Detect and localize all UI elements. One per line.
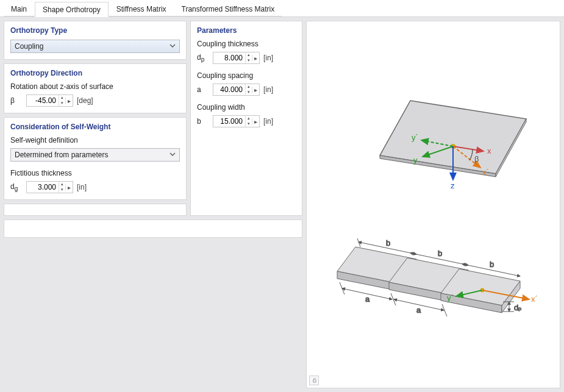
dp-input-field[interactable]	[213, 52, 245, 63]
dp-symbol: dp	[197, 53, 209, 63]
spin-down-icon[interactable]: ▾	[246, 90, 252, 95]
dp-input[interactable]: ▴ ▾ ▸	[213, 52, 260, 64]
title-parameters: Parameters	[197, 26, 296, 35]
a-unit: [in]	[263, 85, 273, 94]
svg-text:dₚ: dₚ	[514, 303, 522, 312]
dg-input[interactable]: ▴ ▾ ▸	[26, 181, 73, 193]
svg-text:y´: y´	[412, 133, 418, 142]
svg-text:a: a	[416, 305, 421, 315]
panel-orthotropy-direction: Orthotropy Direction Rotation about z-ax…	[4, 63, 187, 113]
preview-pane: x x´ y y´ z β	[306, 21, 560, 388]
self-weight-select[interactable]: Determined from parameters	[10, 148, 180, 162]
title-orthotropy-direction: Orthotropy Direction	[10, 69, 180, 77]
chevron-down-icon	[168, 42, 177, 51]
svg-text:a: a	[365, 294, 370, 304]
svg-line-40	[340, 282, 344, 294]
b-input-field[interactable]	[213, 116, 245, 127]
panel-self-weight: Consideration of Self-Weight Self-weight…	[4, 117, 187, 200]
beta-input-field[interactable]	[27, 95, 59, 106]
popup-arrow-icon[interactable]: ▸	[252, 55, 259, 62]
tab-stiffness-matrix[interactable]: Stiffness Matrix	[109, 2, 174, 16]
a-input-field[interactable]	[213, 84, 245, 95]
spin-down-icon[interactable]: ▾	[246, 58, 252, 63]
export-image-icon[interactable]: ⎙	[309, 376, 319, 385]
label-coupling-spacing: Coupling spacing	[197, 71, 296, 80]
label-fictitious-thickness: Fictitious thickness	[10, 169, 180, 177]
popup-arrow-icon[interactable]: ▸	[65, 184, 73, 191]
a-input[interactable]: ▴ ▾ ▸	[213, 84, 260, 96]
b-unit: [in]	[263, 117, 273, 126]
label-coupling-width: Coupling width	[197, 103, 296, 112]
dg-unit: [in]	[77, 183, 87, 191]
label-rotation-about-z: Rotation about z-axis of surface	[10, 82, 180, 91]
tab-main[interactable]: Main	[4, 2, 34, 16]
label-self-weight-def: Self-weight definition	[10, 136, 180, 144]
orthotropy-type-value: Coupling	[15, 42, 168, 51]
tab-shape-orthotropy[interactable]: Shape Orthotropy	[35, 2, 109, 17]
svg-text:β: β	[474, 154, 479, 163]
spin-up-icon[interactable]: ▴	[59, 95, 65, 101]
label-coupling-thickness: Coupling thickness	[197, 40, 296, 48]
beta-symbol: β	[10, 96, 23, 105]
spin-up-icon[interactable]: ▴	[246, 116, 252, 121]
b-input[interactable]: ▴ ▾ ▸	[213, 115, 260, 127]
popup-arrow-icon[interactable]: ▸	[252, 118, 259, 125]
title-orthotropy-type: Orthotropy Type	[10, 26, 180, 35]
title-self-weight: Consideration of Self-Weight	[10, 123, 180, 131]
tab-bar: Main Shape Orthotropy Stiffness Matrix T…	[0, 0, 564, 16]
bottom-panel	[4, 219, 302, 238]
dg-input-field[interactable]	[27, 182, 59, 193]
panel-parameters: Parameters Coupling thickness dp ▴ ▾ ▸	[190, 21, 302, 216]
beta-input[interactable]: ▴ ▾ ▸	[26, 94, 73, 107]
spin-up-icon[interactable]: ▴	[246, 84, 252, 90]
spin-up-icon[interactable]: ▴	[246, 52, 252, 58]
b-symbol: b	[197, 117, 209, 126]
panel-orthotropy-type: Orthotropy Type Coupling	[4, 21, 187, 60]
spin-up-icon[interactable]: ▴	[59, 182, 65, 187]
spin-down-icon[interactable]: ▾	[59, 101, 65, 106]
dp-unit: [in]	[263, 54, 273, 62]
popup-arrow-icon[interactable]: ▸	[65, 98, 73, 104]
orthotropy-type-select[interactable]: Coupling	[10, 40, 180, 53]
svg-line-30	[357, 238, 360, 247]
svg-text:x´: x´	[482, 168, 489, 177]
a-symbol: a	[197, 85, 209, 94]
svg-text:x´: x´	[531, 294, 538, 304]
svg-text:b: b	[386, 238, 390, 248]
svg-text:b: b	[438, 249, 442, 258]
svg-text:x: x	[487, 146, 491, 155]
diagram-svg: x x´ y y´ z β	[307, 21, 557, 381]
svg-text:b: b	[490, 260, 494, 269]
spin-down-icon[interactable]: ▾	[59, 187, 65, 193]
dg-symbol: dg	[10, 182, 23, 192]
popup-arrow-icon[interactable]: ▸	[252, 87, 259, 93]
chevron-down-icon	[168, 151, 177, 159]
left-column: Orthotropy Type Coupling Orthotropy Dire…	[4, 21, 302, 388]
self-weight-value: Determined from parameters	[15, 151, 168, 159]
window: Main Shape Orthotropy Stiffness Matrix T…	[0, 0, 564, 392]
svg-text:z: z	[451, 181, 455, 190]
workspace: Orthotropy Type Coupling Orthotropy Dire…	[0, 16, 564, 392]
empty-panel	[4, 204, 187, 216]
spin-down-icon[interactable]: ▾	[246, 121, 252, 127]
svg-text:y: y	[413, 155, 418, 165]
svg-text:y´: y´	[447, 293, 454, 302]
beta-unit: [deg]	[77, 96, 93, 105]
tab-transformed-stiffness-matrix[interactable]: Transformed Stiffness Matrix	[174, 2, 282, 16]
